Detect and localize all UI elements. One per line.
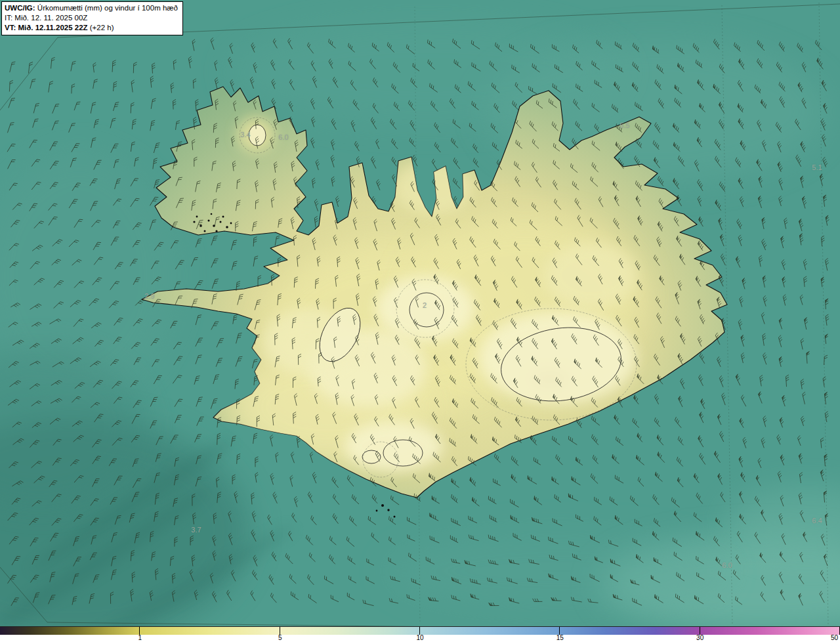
colorbar-tick-label: 15 — [556, 634, 564, 641]
map-title: Úrkomumætti (mm) og vindur í 100m hæð — [37, 4, 178, 12]
title-line: UWC/IG: Úrkomumætti (mm) og vindur í 100… — [5, 3, 178, 13]
map-title-box: UWC/IG: Úrkomumætti (mm) og vindur í 100… — [1, 1, 183, 35]
weather-map-viewport: 3.46.05.55.12.923.76.46.0 UWC/IG: Úrkomu… — [0, 0, 840, 642]
model-label: UWC/IG: — [5, 4, 35, 12]
init-label: IT: — [5, 14, 12, 22]
map-canvas — [0, 0, 840, 642]
colorbar-tick-label: 30 — [696, 634, 704, 641]
colorbar-tick-label: 50 — [831, 634, 838, 641]
colorbar-tick-label: 10 — [416, 634, 423, 641]
valid-time-line: VT: Mið. 12.11.2025 22Z (+22 h) — [5, 23, 178, 33]
valid-label: VT: — [5, 24, 16, 32]
colorbar-labels: 1510153050 — [0, 635, 840, 642]
valid-value: Mið. 12.11.2025 22Z — [18, 24, 87, 32]
valid-offset: (+22 h) — [90, 24, 114, 32]
init-time-line: IT: Mið. 12. 11. 2025 00Z — [5, 13, 178, 23]
colorbar: 1510153050 — [0, 626, 840, 642]
colorbar-tick-label: 1 — [138, 634, 142, 641]
init-value: Mið. 12. 11. 2025 00Z — [14, 14, 87, 22]
colorbar-tick-label: 5 — [278, 634, 282, 641]
